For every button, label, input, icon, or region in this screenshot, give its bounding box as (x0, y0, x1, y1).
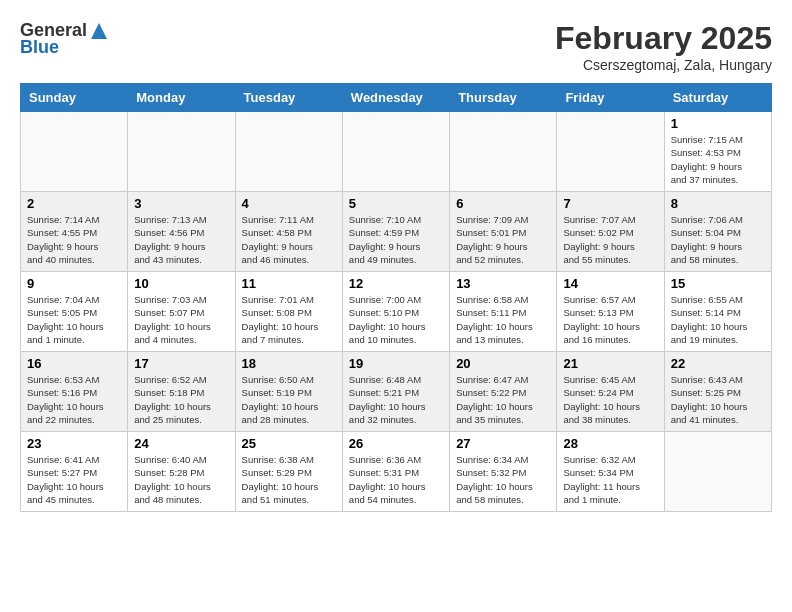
day-info: Sunrise: 7:01 AMSunset: 5:08 PMDaylight:… (242, 293, 336, 346)
day-number: 11 (242, 276, 336, 291)
table-row: 7Sunrise: 7:07 AMSunset: 5:02 PMDaylight… (557, 192, 664, 272)
day-number: 25 (242, 436, 336, 451)
table-row: 23Sunrise: 6:41 AMSunset: 5:27 PMDayligh… (21, 432, 128, 512)
day-info: Sunrise: 6:55 AMSunset: 5:14 PMDaylight:… (671, 293, 765, 346)
day-number: 23 (27, 436, 121, 451)
calendar-week-row: 9Sunrise: 7:04 AMSunset: 5:05 PMDaylight… (21, 272, 772, 352)
table-row: 27Sunrise: 6:34 AMSunset: 5:32 PMDayligh… (450, 432, 557, 512)
day-info: Sunrise: 6:36 AMSunset: 5:31 PMDaylight:… (349, 453, 443, 506)
day-info: Sunrise: 6:52 AMSunset: 5:18 PMDaylight:… (134, 373, 228, 426)
page: General Blue February 2025 Cserszegtomaj… (0, 0, 792, 522)
day-number: 22 (671, 356, 765, 371)
table-row (235, 112, 342, 192)
day-number: 1 (671, 116, 765, 131)
logo-blue-text: Blue (20, 37, 59, 58)
table-row: 25Sunrise: 6:38 AMSunset: 5:29 PMDayligh… (235, 432, 342, 512)
logo: General Blue (20, 20, 109, 58)
table-row: 9Sunrise: 7:04 AMSunset: 5:05 PMDaylight… (21, 272, 128, 352)
day-info: Sunrise: 6:34 AMSunset: 5:32 PMDaylight:… (456, 453, 550, 506)
table-row: 21Sunrise: 6:45 AMSunset: 5:24 PMDayligh… (557, 352, 664, 432)
header-tuesday: Tuesday (235, 84, 342, 112)
table-row (664, 432, 771, 512)
day-number: 2 (27, 196, 121, 211)
day-info: Sunrise: 7:10 AMSunset: 4:59 PMDaylight:… (349, 213, 443, 266)
day-number: 12 (349, 276, 443, 291)
calendar-week-row: 16Sunrise: 6:53 AMSunset: 5:16 PMDayligh… (21, 352, 772, 432)
logo-icon (89, 21, 109, 41)
table-row (128, 112, 235, 192)
day-info: Sunrise: 6:47 AMSunset: 5:22 PMDaylight:… (456, 373, 550, 426)
table-row: 20Sunrise: 6:47 AMSunset: 5:22 PMDayligh… (450, 352, 557, 432)
calendar-week-row: 1Sunrise: 7:15 AMSunset: 4:53 PMDaylight… (21, 112, 772, 192)
table-row: 1Sunrise: 7:15 AMSunset: 4:53 PMDaylight… (664, 112, 771, 192)
table-row: 22Sunrise: 6:43 AMSunset: 5:25 PMDayligh… (664, 352, 771, 432)
day-number: 15 (671, 276, 765, 291)
day-info: Sunrise: 6:41 AMSunset: 5:27 PMDaylight:… (27, 453, 121, 506)
title-block: February 2025 Cserszegtomaj, Zala, Hunga… (555, 20, 772, 73)
table-row (450, 112, 557, 192)
calendar-week-row: 2Sunrise: 7:14 AMSunset: 4:55 PMDaylight… (21, 192, 772, 272)
day-number: 18 (242, 356, 336, 371)
day-number: 13 (456, 276, 550, 291)
day-number: 5 (349, 196, 443, 211)
table-row: 8Sunrise: 7:06 AMSunset: 5:04 PMDaylight… (664, 192, 771, 272)
day-number: 7 (563, 196, 657, 211)
table-row: 16Sunrise: 6:53 AMSunset: 5:16 PMDayligh… (21, 352, 128, 432)
calendar-week-row: 23Sunrise: 6:41 AMSunset: 5:27 PMDayligh… (21, 432, 772, 512)
day-info: Sunrise: 6:40 AMSunset: 5:28 PMDaylight:… (134, 453, 228, 506)
header-monday: Monday (128, 84, 235, 112)
table-row: 6Sunrise: 7:09 AMSunset: 5:01 PMDaylight… (450, 192, 557, 272)
day-info: Sunrise: 7:07 AMSunset: 5:02 PMDaylight:… (563, 213, 657, 266)
table-row: 4Sunrise: 7:11 AMSunset: 4:58 PMDaylight… (235, 192, 342, 272)
header-wednesday: Wednesday (342, 84, 449, 112)
day-info: Sunrise: 7:06 AMSunset: 5:04 PMDaylight:… (671, 213, 765, 266)
table-row: 5Sunrise: 7:10 AMSunset: 4:59 PMDaylight… (342, 192, 449, 272)
day-number: 24 (134, 436, 228, 451)
day-number: 21 (563, 356, 657, 371)
day-number: 19 (349, 356, 443, 371)
day-number: 3 (134, 196, 228, 211)
table-row: 14Sunrise: 6:57 AMSunset: 5:13 PMDayligh… (557, 272, 664, 352)
header-sunday: Sunday (21, 84, 128, 112)
table-row (342, 112, 449, 192)
day-info: Sunrise: 7:03 AMSunset: 5:07 PMDaylight:… (134, 293, 228, 346)
day-number: 17 (134, 356, 228, 371)
table-row: 26Sunrise: 6:36 AMSunset: 5:31 PMDayligh… (342, 432, 449, 512)
month-title: February 2025 (555, 20, 772, 57)
day-info: Sunrise: 7:04 AMSunset: 5:05 PMDaylight:… (27, 293, 121, 346)
day-number: 6 (456, 196, 550, 211)
day-info: Sunrise: 6:38 AMSunset: 5:29 PMDaylight:… (242, 453, 336, 506)
day-info: Sunrise: 7:11 AMSunset: 4:58 PMDaylight:… (242, 213, 336, 266)
day-info: Sunrise: 6:57 AMSunset: 5:13 PMDaylight:… (563, 293, 657, 346)
day-number: 9 (27, 276, 121, 291)
table-row (21, 112, 128, 192)
day-info: Sunrise: 7:13 AMSunset: 4:56 PMDaylight:… (134, 213, 228, 266)
day-info: Sunrise: 7:00 AMSunset: 5:10 PMDaylight:… (349, 293, 443, 346)
table-row: 24Sunrise: 6:40 AMSunset: 5:28 PMDayligh… (128, 432, 235, 512)
day-info: Sunrise: 7:15 AMSunset: 4:53 PMDaylight:… (671, 133, 765, 186)
day-info: Sunrise: 7:09 AMSunset: 5:01 PMDaylight:… (456, 213, 550, 266)
table-row: 11Sunrise: 7:01 AMSunset: 5:08 PMDayligh… (235, 272, 342, 352)
day-number: 26 (349, 436, 443, 451)
day-number: 10 (134, 276, 228, 291)
table-row: 15Sunrise: 6:55 AMSunset: 5:14 PMDayligh… (664, 272, 771, 352)
day-info: Sunrise: 6:53 AMSunset: 5:16 PMDaylight:… (27, 373, 121, 426)
day-number: 27 (456, 436, 550, 451)
table-row: 17Sunrise: 6:52 AMSunset: 5:18 PMDayligh… (128, 352, 235, 432)
day-info: Sunrise: 6:50 AMSunset: 5:19 PMDaylight:… (242, 373, 336, 426)
table-row: 19Sunrise: 6:48 AMSunset: 5:21 PMDayligh… (342, 352, 449, 432)
day-number: 14 (563, 276, 657, 291)
header: General Blue February 2025 Cserszegtomaj… (20, 20, 772, 73)
day-info: Sunrise: 6:48 AMSunset: 5:21 PMDaylight:… (349, 373, 443, 426)
day-number: 20 (456, 356, 550, 371)
table-row: 2Sunrise: 7:14 AMSunset: 4:55 PMDaylight… (21, 192, 128, 272)
location: Cserszegtomaj, Zala, Hungary (555, 57, 772, 73)
day-info: Sunrise: 6:43 AMSunset: 5:25 PMDaylight:… (671, 373, 765, 426)
day-number: 28 (563, 436, 657, 451)
table-row: 28Sunrise: 6:32 AMSunset: 5:34 PMDayligh… (557, 432, 664, 512)
weekday-header-row: Sunday Monday Tuesday Wednesday Thursday… (21, 84, 772, 112)
svg-marker-0 (91, 23, 107, 39)
header-thursday: Thursday (450, 84, 557, 112)
table-row: 12Sunrise: 7:00 AMSunset: 5:10 PMDayligh… (342, 272, 449, 352)
day-info: Sunrise: 6:32 AMSunset: 5:34 PMDaylight:… (563, 453, 657, 506)
